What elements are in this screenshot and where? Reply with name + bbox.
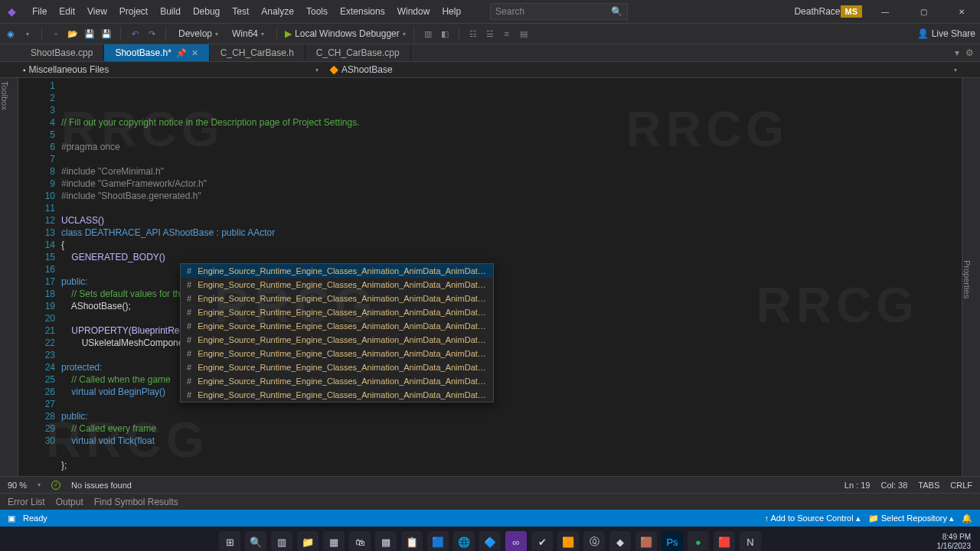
app-icon[interactable]: 🔷 — [479, 531, 501, 551]
menu-file[interactable]: File — [26, 3, 53, 20]
code-line[interactable] — [61, 202, 980, 214]
ps-icon[interactable]: Ps — [662, 531, 683, 551]
undo-icon[interactable]: ↶ — [129, 28, 141, 40]
open-icon[interactable]: 📂 — [67, 28, 79, 40]
intellisense-item[interactable]: #Engine_Source_Runtime_Engine_Classes_An… — [181, 374, 493, 388]
app-icon[interactable]: 🟦 — [427, 531, 449, 551]
save-all-icon[interactable]: 💾 — [100, 28, 113, 40]
code-line[interactable]: UCLASS() — [61, 214, 980, 227]
epic-icon[interactable]: ◆ — [609, 531, 631, 551]
menu-test[interactable]: Test — [226, 3, 255, 20]
intellisense-item[interactable]: #Engine_Source_Runtime_Engine_Classes_An… — [181, 388, 493, 402]
menu-edit[interactable]: Edit — [53, 3, 81, 20]
code-line[interactable]: public: — [61, 410, 980, 422]
search-box[interactable]: Search 🔍 — [490, 3, 628, 20]
platform-dropdown[interactable]: Win64▾ — [227, 28, 269, 39]
back-chevron-icon[interactable]: ▾ — [21, 28, 34, 40]
code-line[interactable]: GENERATED_BODY() — [61, 251, 980, 263]
code-line[interactable]: // Fill out your copyright notice in the… — [61, 116, 980, 129]
code-line[interactable]: #include "ShootBase.generated.h" — [61, 190, 980, 202]
toolbar-icon-6[interactable]: ▤ — [518, 28, 530, 40]
pin-icon[interactable]: 📌 — [176, 48, 187, 58]
save-icon[interactable]: 💾 — [83, 28, 96, 40]
run-debugger-button[interactable]: ▶ Local Windows Debugger ▾ — [285, 28, 406, 39]
search-taskbar-icon[interactable]: 🔍 — [245, 531, 266, 551]
config-dropdown[interactable]: Develop▾ — [174, 28, 223, 39]
unreal-icon[interactable]: ⓪ — [583, 531, 605, 551]
intellisense-item[interactable]: #Engine_Source_Runtime_Engine_Classes_An… — [181, 305, 493, 319]
tab-cch-carbase-h[interactable]: C_CH_CarBase.h — [210, 44, 305, 61]
project-scope-dropdown[interactable]: ▪Miscellaneous Files▾ — [20, 64, 326, 75]
menu-debug[interactable]: Debug — [187, 3, 226, 20]
zoom-level[interactable]: 90 % — [8, 481, 27, 490]
minimize-button[interactable]: — — [870, 0, 900, 23]
tab-overflow-icon[interactable]: ▾ — [955, 47, 959, 58]
add-source-control[interactable]: ↑ Add to Source Control ▴ — [764, 514, 860, 523]
menu-build[interactable]: Build — [154, 3, 187, 20]
toolbar-icon-3[interactable]: ☷ — [467, 28, 479, 40]
bell-icon[interactable]: 🔔 — [962, 514, 972, 523]
intellisense-item[interactable]: #Engine_Source_Runtime_Engine_Classes_An… — [181, 278, 493, 292]
tab-settings-icon[interactable]: ⚙ — [965, 47, 974, 58]
tab-shootbase-cpp[interactable]: ShootBase.cpp — [20, 44, 104, 61]
toolbar-icon-4[interactable]: ☱ — [484, 28, 496, 40]
code-line[interactable]: virtual void Tick(float — [61, 435, 980, 447]
collapse-gutter[interactable] — [18, 78, 31, 476]
code-line[interactable]: #include "CoreMinimal.h" — [61, 165, 980, 178]
code-line[interactable] — [61, 471, 980, 484]
properties-tab[interactable]: Properties — [962, 260, 972, 298]
explorer-icon[interactable]: 📁 — [297, 531, 318, 551]
tab-shootbase-h[interactable]: ShootBase.h*📌✕ — [104, 44, 209, 61]
intellisense-item[interactable]: #Engine_Source_Runtime_Engine_Classes_An… — [181, 264, 493, 278]
start-button[interactable]: ⊞ — [219, 531, 240, 551]
toolbar-icon-1[interactable]: ▥ — [422, 28, 434, 40]
menu-window[interactable]: Window — [391, 3, 436, 20]
code-line[interactable] — [61, 153, 980, 165]
app-icon[interactable]: N — [740, 531, 761, 551]
intellisense-item[interactable]: #Engine_Source_Runtime_Engine_Classes_An… — [181, 360, 493, 374]
new-file-icon[interactable]: ▫ — [50, 28, 62, 40]
code-line[interactable] — [61, 447, 980, 459]
app-icon[interactable]: 🟧 — [557, 531, 579, 551]
error-list-tab[interactable]: Error List — [8, 497, 45, 507]
code-line[interactable]: class DEATHRACE_API AShootBase : public … — [61, 227, 980, 239]
back-icon[interactable]: ◉ — [5, 28, 17, 40]
code-line[interactable]: // Called every frame — [61, 422, 980, 435]
app-icon[interactable]: 📋 — [401, 531, 423, 551]
code-line[interactable]: }; — [61, 459, 980, 471]
close-button[interactable]: ✕ — [946, 0, 977, 23]
menu-tools[interactable]: Tools — [300, 3, 334, 20]
user-badge[interactable]: MS — [841, 5, 863, 18]
code-line[interactable]: #pragma once — [61, 141, 980, 153]
app-icon[interactable]: 🟫 — [635, 531, 657, 551]
intellisense-item[interactable]: #Engine_Source_Runtime_Engine_Classes_An… — [181, 292, 493, 305]
live-share-button[interactable]: 👤 Live Share — [917, 28, 975, 39]
vs-icon[interactable]: ∞ — [505, 531, 527, 551]
close-tab-icon[interactable]: ✕ — [191, 48, 198, 58]
toolbar-icon-2[interactable]: ◧ — [439, 28, 451, 40]
code-line[interactable]: #include "GameFramework/Actor.h" — [61, 178, 980, 190]
redo-icon[interactable]: ↷ — [145, 28, 158, 40]
toolbar-icon-5[interactable]: ≡ — [501, 28, 513, 40]
menu-project[interactable]: Project — [113, 3, 154, 20]
app-icon[interactable]: ▦ — [323, 531, 345, 551]
menu-help[interactable]: Help — [436, 3, 467, 20]
select-repo[interactable]: 📁 Select Repository ▴ — [868, 514, 954, 523]
class-scope-dropdown[interactable]: 🔶AShootBase▾ — [326, 64, 980, 75]
app-icon[interactable]: 🟥 — [714, 531, 735, 551]
toolbox-panel-tab[interactable]: Toolbox — [0, 78, 18, 476]
code-line[interactable]: { — [61, 239, 980, 251]
intellisense-popup[interactable]: #Engine_Source_Runtime_Engine_Classes_An… — [180, 263, 494, 403]
code-content[interactable]: // Fill out your copyright notice in the… — [61, 78, 980, 476]
menu-extensions[interactable]: Extensions — [334, 3, 391, 20]
spotify-icon[interactable]: ● — [688, 531, 709, 551]
intellisense-item[interactable]: #Engine_Source_Runtime_Engine_Classes_An… — [181, 319, 493, 333]
code-line[interactable] — [61, 129, 980, 141]
intellisense-item[interactable]: #Engine_Source_Runtime_Engine_Classes_An… — [181, 347, 493, 360]
app-icon[interactable]: ✔ — [531, 531, 553, 551]
chrome-icon[interactable]: 🌐 — [453, 531, 475, 551]
store-icon[interactable]: 🛍 — [349, 531, 371, 551]
menu-view[interactable]: View — [81, 3, 113, 20]
app-icon[interactable]: ▩ — [375, 531, 397, 551]
system-clock[interactable]: 8:49 PM 1/16/2023 — [937, 533, 972, 551]
